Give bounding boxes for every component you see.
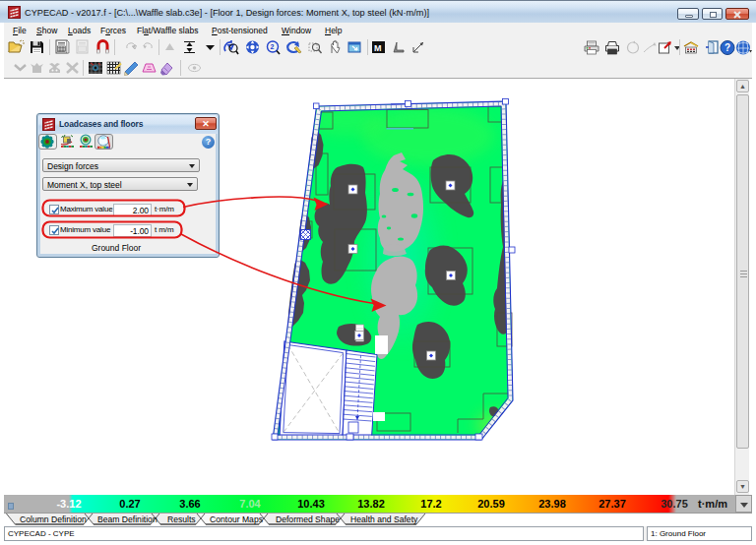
svg-text:Health and Safety: Health and Safety — [350, 515, 418, 524]
svg-text:?: ? — [724, 42, 730, 53]
svg-text:M: M — [374, 43, 382, 53]
svg-text:Results: Results — [167, 515, 196, 524]
svg-text:Column Definition: Column Definition — [20, 515, 87, 524]
svg-text:2: 2 — [271, 43, 275, 50]
svg-text:Deformed Shape: Deformed Shape — [276, 515, 340, 524]
svg-text:Beam Definition: Beam Definition — [97, 515, 158, 524]
svg-text:Contour Maps: Contour Maps — [210, 515, 263, 524]
